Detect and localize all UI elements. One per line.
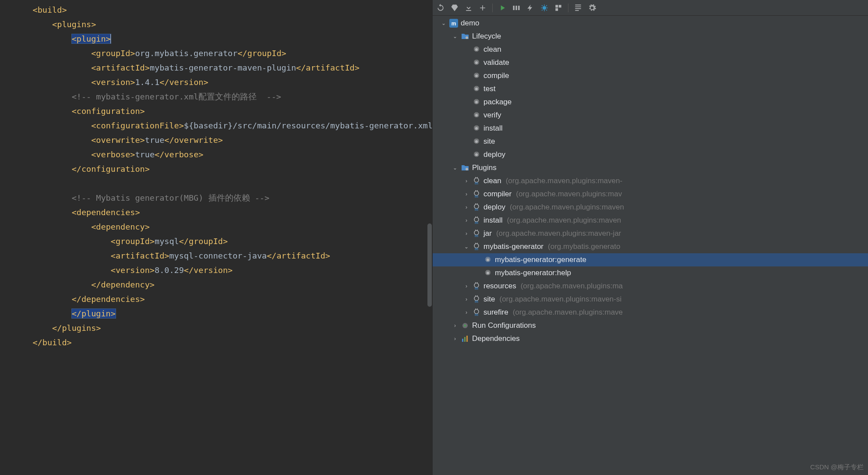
tree-label: Lifecycle (472, 32, 501, 41)
expand-arrow[interactable]: › (463, 296, 469, 302)
execute-goal-icon[interactable] (512, 4, 521, 12)
lifecycle-verify[interactable]: verify (433, 109, 868, 122)
svg-point-3 (466, 36, 468, 39)
maven-tree[interactable]: ⌄ m demo ⌄ Lifecycle clean validate comp… (433, 16, 868, 345)
tree-icon: m (472, 282, 481, 291)
lifecycle-site[interactable]: site (433, 135, 868, 148)
tree-root[interactable]: ⌄ m demo (433, 17, 868, 30)
plugin-clean[interactable]: › m clean (org.apache.maven.plugins:mave… (433, 174, 868, 188)
tree-label: install (483, 216, 502, 225)
tree-label: Plugins (472, 163, 497, 172)
tree-icon (472, 150, 481, 159)
svg-text:m: m (475, 220, 478, 225)
settings-icon[interactable] (588, 4, 596, 12)
tree-run-config[interactable]: › Run Configurations (433, 319, 868, 332)
lifecycle-package[interactable]: package (433, 96, 868, 109)
tree-label: site (483, 137, 495, 146)
scrollbar-thumb[interactable] (427, 223, 432, 307)
lifecycle-test[interactable]: test (433, 82, 868, 96)
lifecycle-clean[interactable]: clean (433, 43, 868, 56)
add-icon[interactable] (478, 4, 487, 12)
tree-icon: m (472, 190, 481, 199)
expand-arrow[interactable]: › (463, 230, 469, 237)
lifecycle-install[interactable]: install (433, 122, 868, 135)
toolbar-separator (492, 4, 493, 12)
expand-arrow[interactable]: › (463, 178, 469, 184)
collapse-all-icon[interactable] (574, 4, 582, 12)
tree-dim: (org.apache.maven.plugins:ma (521, 282, 623, 291)
svg-text:m: m (475, 247, 478, 251)
tree-label: compile (483, 71, 509, 80)
lifecycle-compile[interactable]: compile (433, 69, 868, 82)
expand-arrow[interactable]: › (463, 217, 469, 223)
plugin-resources[interactable]: › m resources (org.apache.maven.plugins:… (433, 280, 868, 293)
tree-icon (472, 58, 481, 67)
tree-icon (472, 85, 481, 93)
tree-icon (461, 32, 469, 41)
tree-label: Dependencies (472, 334, 520, 343)
expand-arrow[interactable]: › (452, 336, 458, 342)
tree-icon (472, 71, 481, 80)
svg-text:m: m (475, 207, 478, 212)
run-icon[interactable] (498, 4, 507, 12)
tree-dim: (org.apache.maven.plugins:maven- (506, 177, 622, 185)
generate-sources-icon[interactable] (450, 4, 459, 12)
tree-icon (472, 45, 481, 54)
plugin-site[interactable]: › m site (org.apache.maven.plugins:maven… (433, 293, 868, 306)
tree-dim: (org.mybatis.generato (548, 242, 620, 251)
tree-icon: m (472, 295, 481, 304)
plugin-install[interactable]: › m install (org.apache.maven.plugins:ma… (433, 214, 868, 227)
tree-icon (483, 269, 492, 277)
editor-scrollbar[interactable] (427, 0, 432, 475)
tree-label: verify (483, 111, 501, 120)
plugin-jar[interactable]: › m jar (org.apache.maven.plugins:maven-… (433, 227, 868, 240)
tree-label: test (483, 85, 495, 93)
expand-arrow[interactable]: › (463, 309, 469, 315)
tree-label: mybatis-generator:help (495, 269, 571, 277)
tree-lifecycle[interactable]: ⌄ Lifecycle (433, 30, 868, 43)
expand-arrow[interactable]: ⌄ (463, 244, 469, 250)
tree-icon (461, 334, 469, 343)
tree-icon: m (472, 177, 481, 185)
download-icon[interactable] (464, 4, 473, 12)
toggle-skip-tests-icon[interactable] (540, 4, 549, 12)
tree-dim: (org.apache.maven.plugins:maven (507, 216, 621, 225)
plugin-compiler[interactable]: › m compiler (org.apache.maven.plugins:m… (433, 188, 868, 201)
expand-arrow[interactable]: ⌄ (441, 20, 447, 26)
tree-dim: (org.apache.maven.plugins:mave (513, 308, 623, 317)
toggle-offline-icon[interactable] (526, 4, 535, 12)
expand-arrow[interactable]: › (463, 283, 469, 289)
tree-label: mybatis-generator (483, 242, 543, 251)
expand-arrow[interactable]: ⌄ (452, 33, 458, 39)
tree-label: demo (461, 19, 480, 28)
goal-mybatis-generator-generate[interactable]: mybatis-generator:generate (433, 253, 868, 266)
tree-icon: m (472, 203, 481, 212)
lifecycle-validate[interactable]: validate (433, 56, 868, 69)
tree-label: Run Configurations (472, 321, 536, 330)
code-editor[interactable]: <build> <plugins> <plugin> <groupId>org.… (0, 0, 432, 475)
svg-text:m: m (475, 194, 478, 199)
tree-label: install (483, 124, 502, 133)
show-dependencies-icon[interactable] (554, 4, 563, 12)
tree-label: site (483, 295, 495, 304)
tree-dependencies[interactable]: › Dependencies (433, 332, 868, 345)
tree-label: deploy (483, 203, 505, 212)
expand-arrow[interactable]: › (463, 191, 469, 197)
refresh-icon[interactable] (436, 4, 445, 12)
expand-arrow[interactable]: › (452, 323, 458, 329)
plugin-mybatis-generator[interactable]: ⌄ m mybatis-generator (org.mybatis.gener… (433, 240, 868, 253)
expand-arrow[interactable]: › (463, 204, 469, 210)
tree-label: validate (483, 58, 509, 67)
svg-rect-37 (466, 336, 468, 342)
lifecycle-deploy[interactable]: deploy (433, 148, 868, 161)
svg-point-0 (543, 6, 546, 9)
svg-point-13 (466, 168, 468, 170)
tree-label: resources (483, 282, 516, 291)
tree-plugins[interactable]: ⌄ Plugins (433, 161, 868, 174)
plugin-surefire[interactable]: › m surefire (org.apache.maven.plugins:m… (433, 306, 868, 319)
svg-rect-35 (462, 339, 463, 342)
expand-arrow[interactable]: ⌄ (452, 165, 458, 171)
goal-mybatis-generator-help[interactable]: mybatis-generator:help (433, 266, 868, 280)
plugin-deploy[interactable]: › m deploy (org.apache.maven.plugins:mav… (433, 201, 868, 214)
tree-icon: m (472, 216, 481, 225)
